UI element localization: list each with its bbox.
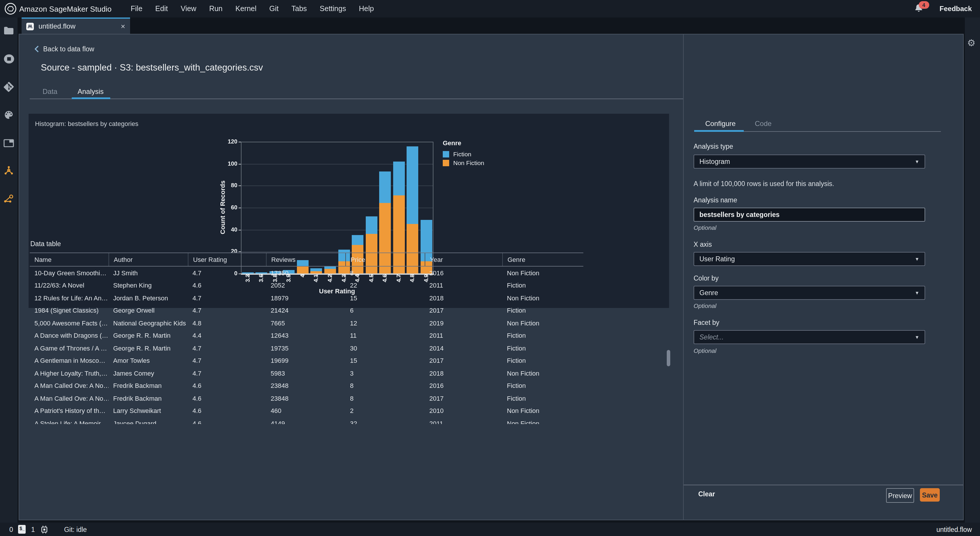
- menu-item-settings[interactable]: Settings: [320, 5, 346, 13]
- command-palette-icon[interactable]: [0, 106, 18, 124]
- analysis-type-select[interactable]: Histogram ▼: [694, 154, 925, 169]
- bar-4.7-fiction: [393, 162, 404, 196]
- menu-item-edit[interactable]: Edit: [155, 5, 168, 13]
- menu-item-kernel[interactable]: Kernel: [235, 5, 256, 13]
- panel-divider: [683, 34, 684, 520]
- main-menu: FileEditViewRunKernelGitTabsSettingsHelp: [130, 0, 374, 17]
- table-cell: Amor Towles: [108, 354, 188, 367]
- table-cell: 2017: [425, 304, 502, 317]
- table-cell: 12 Rules for Life: An An…: [30, 292, 108, 304]
- tab-configure[interactable]: Configure: [705, 119, 736, 128]
- analysis-name-label: Analysis name: [694, 197, 737, 204]
- notifications-bell-icon[interactable]: 4: [914, 3, 924, 14]
- table-cell: Non Fiction: [502, 317, 583, 329]
- table-cell: 21424: [266, 304, 345, 317]
- menu-item-git[interactable]: Git: [269, 5, 278, 13]
- table-cell: 4.7: [188, 292, 266, 304]
- close-icon[interactable]: ✕: [121, 23, 126, 29]
- back-to-data-flow-link[interactable]: Back to data flow: [34, 46, 94, 52]
- table-cell: 32: [345, 417, 425, 424]
- menu-item-file[interactable]: File: [130, 5, 142, 13]
- optional-hint: Optional: [694, 302, 716, 309]
- table-cell: Fiction: [502, 342, 583, 354]
- pipeline-icon[interactable]: [0, 190, 18, 208]
- git-status[interactable]: Git: idle: [64, 526, 87, 533]
- file-browser-icon[interactable]: [0, 22, 18, 40]
- table-cell: 4.8: [188, 317, 266, 329]
- x-axis-select[interactable]: User Rating ▼: [694, 252, 925, 266]
- table-cell: 2011: [425, 417, 502, 424]
- table-row: A Game of Thrones / A …George R. R. Mart…: [30, 342, 583, 354]
- dock-area: untitled.flow ✕ Back to data flow Source…: [18, 17, 965, 523]
- table-row: 12 Rules for Life: An An…Jordan B. Peter…: [30, 292, 583, 304]
- data-table: NameAuthorUser RatingReviewsPriceYearGen…: [30, 253, 583, 424]
- open-tabs-icon[interactable]: [0, 134, 18, 152]
- preview-button[interactable]: Preview: [886, 488, 914, 503]
- table-cell: 4.7: [188, 342, 266, 354]
- table-cell: Jordan B. Peterson: [108, 292, 188, 304]
- experiments-icon[interactable]: [0, 162, 18, 180]
- table-row: A Dance with Dragons (…George R. R. Mart…: [30, 329, 583, 342]
- menu-item-view[interactable]: View: [181, 5, 196, 13]
- terminal-count[interactable]: 1: [31, 526, 35, 533]
- menu-item-help[interactable]: Help: [359, 5, 374, 13]
- color-by-select[interactable]: Genre ▼: [694, 286, 925, 300]
- feedback-button[interactable]: Feedback: [939, 5, 972, 13]
- git-icon[interactable]: [0, 78, 18, 95]
- column-header-price[interactable]: Price: [345, 253, 425, 266]
- table-cell: 22: [345, 279, 425, 292]
- save-button[interactable]: Save: [920, 488, 940, 502]
- y-tickmark: [239, 164, 241, 164]
- terminal-icon[interactable]: $_: [18, 525, 26, 534]
- menu-item-tabs[interactable]: Tabs: [291, 5, 307, 13]
- x-axis-value: User Rating: [699, 256, 915, 262]
- table-cell: 1984 (Signet Classics): [30, 304, 108, 317]
- table-cell: A Dance with Dragons (…: [30, 329, 108, 342]
- column-header-year[interactable]: Year: [425, 253, 502, 266]
- column-header-name[interactable]: Name: [30, 253, 108, 266]
- table-cell: 2011: [425, 279, 502, 292]
- bar-4.8-fiction: [407, 146, 418, 224]
- table-cell: 8: [345, 379, 425, 392]
- y-axis-title: Count of Records: [219, 172, 227, 242]
- running-sessions-icon[interactable]: [0, 50, 18, 68]
- table-cell: A Man Called Ove: A No…: [30, 379, 108, 392]
- gear-icon[interactable]: ⚙: [967, 38, 975, 48]
- table-cell: 10-Day Green Smoothi…: [30, 267, 108, 279]
- table-cell: Fredrik Backman: [108, 379, 188, 392]
- table-cell: 11/22/63: A Novel: [30, 279, 108, 292]
- facet-by-label: Facet by: [694, 319, 719, 326]
- table-cell: 2011: [425, 329, 502, 342]
- facet-by-placeholder: Select...: [699, 334, 915, 340]
- clear-button[interactable]: Clear: [698, 490, 715, 498]
- column-header-author[interactable]: Author: [108, 253, 188, 266]
- table-cell: A Stolen Life: A Memoir: [30, 417, 108, 424]
- tab-untitled-flow[interactable]: untitled.flow ✕: [22, 17, 130, 34]
- color-by-value: Genre: [699, 289, 915, 296]
- vertical-scrollbar[interactable]: [667, 350, 670, 366]
- tab-code[interactable]: Code: [755, 119, 772, 128]
- column-header-user-rating[interactable]: User Rating: [188, 253, 266, 266]
- y-tickmark: [239, 208, 241, 208]
- tab-analysis[interactable]: Analysis: [78, 87, 103, 95]
- tabs-divider: [30, 99, 683, 99]
- analysis-name-input[interactable]: [694, 208, 925, 222]
- legend-item-fiction: Fiction: [443, 151, 484, 157]
- table-cell: 19699: [266, 354, 345, 367]
- table-cell: JJ Smith: [108, 267, 188, 279]
- table-cell: 4.6: [188, 417, 266, 424]
- column-header-genre[interactable]: Genre: [502, 253, 583, 266]
- facet-by-select[interactable]: Select... ▼: [694, 330, 925, 344]
- tab-data[interactable]: Data: [43, 87, 57, 95]
- kernel-count[interactable]: 0: [10, 526, 13, 533]
- page-title: Source - sampled · S3: bestsellers_with_…: [41, 62, 263, 73]
- menu-item-run[interactable]: Run: [209, 5, 223, 13]
- table-cell: George R. R. Martin: [108, 342, 188, 354]
- kernel-chip-icon[interactable]: [40, 525, 48, 533]
- sagemaker-studio-window: Amazon SageMaker Studio FileEditViewRunK…: [0, 0, 980, 536]
- table-row: A Man Called Ove: A No…Fredrik Backman4.…: [30, 392, 583, 404]
- table-row: A Gentleman in Mosco…Amor Towles4.719699…: [30, 354, 583, 367]
- column-header-reviews[interactable]: Reviews: [266, 253, 345, 266]
- table-cell: 4.6: [188, 404, 266, 417]
- table-row: 1984 (Signet Classics)George Orwell4.721…: [30, 304, 583, 317]
